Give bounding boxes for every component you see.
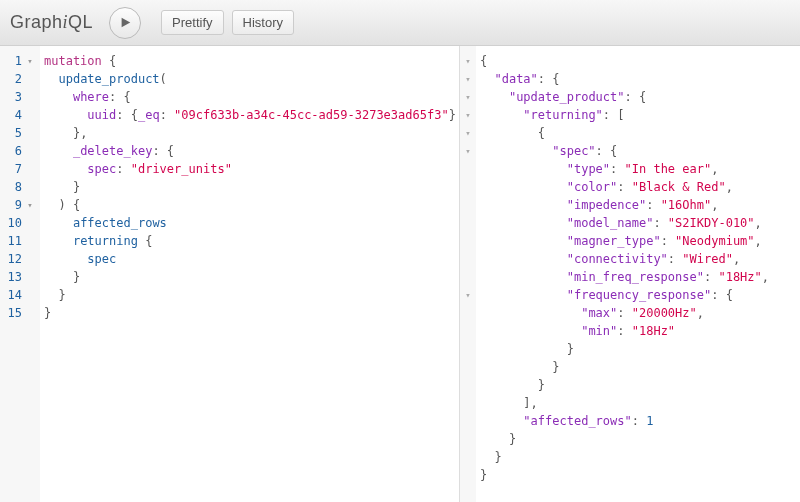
result-fold-gutter: ▾▾▾▾▾▾▾ xyxy=(460,46,476,502)
query-editor-pane: 1▾23456789▾101112131415 mutation { updat… xyxy=(0,46,460,502)
query-line-gutter: 1▾23456789▾101112131415 xyxy=(0,46,40,502)
query-editor[interactable]: mutation { update_product( where: { uuid… xyxy=(40,46,459,502)
execute-button[interactable] xyxy=(109,7,141,39)
result-pane: ▾▾▾▾▾▾▾ { "data": { "update_product": { … xyxy=(460,46,800,502)
graphiql-logo: GraphiQL xyxy=(10,12,93,33)
result-viewer: { "data": { "update_product": { "returni… xyxy=(476,46,800,502)
main: 1▾23456789▾101112131415 mutation { updat… xyxy=(0,46,800,502)
history-button[interactable]: History xyxy=(232,10,294,35)
toolbar: GraphiQL Prettify History xyxy=(0,0,800,46)
play-icon xyxy=(119,16,132,29)
prettify-button[interactable]: Prettify xyxy=(161,10,223,35)
